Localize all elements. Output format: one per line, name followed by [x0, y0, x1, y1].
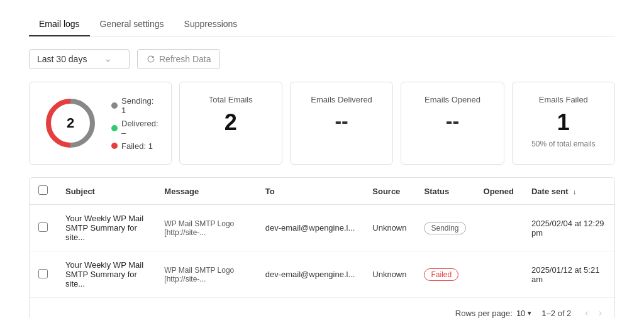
row-date-0: 2025/02/04 at 12:29 pm	[523, 205, 614, 251]
emails-opened-title: Emails Opened	[414, 95, 491, 104]
chevron-down-icon: ⌵	[106, 55, 110, 63]
row-date-1: 2025/01/12 at 5:21 am	[523, 251, 614, 298]
status-badge-1: Failed	[424, 268, 458, 281]
refresh-label: Refresh Data	[159, 54, 211, 64]
table-header-row: Subject Message To Source Status Opened …	[30, 178, 614, 205]
row-checkbox-cell	[30, 251, 57, 298]
header-subject: Subject	[57, 178, 155, 205]
table-row: Your Weekly WP Mail SMTP Summary for sit…	[30, 251, 614, 298]
date-filter-select[interactable]: Last 30 days ⌵	[29, 49, 130, 69]
emails-failed-title: Emails Failed	[525, 95, 602, 104]
legend-sending-label: Sending: 1	[121, 96, 158, 115]
donut-legend: Sending: 1 Delivered: – Failed: 1	[111, 96, 158, 151]
header-date-sent[interactable]: Date sent ↓	[523, 178, 614, 205]
row-message-0: WP Mail SMTP Logo [http://site-...	[155, 205, 256, 251]
legend-failed-label: Failed: 1	[121, 141, 153, 151]
header-to: To	[257, 178, 364, 205]
legend-delivered-label: Delivered: –	[121, 119, 158, 138]
sending-dot	[111, 102, 118, 109]
row-to-1: dev-email@wpengine.l...	[257, 251, 364, 298]
emails-failed-subtitle: 50% of total emails	[525, 140, 602, 148]
email-logs-table-card: Subject Message To Source Status Opened …	[29, 177, 615, 318]
header-message: Message	[155, 178, 256, 205]
row-source-1: Unknown	[364, 251, 415, 298]
row-message-1: WP Mail SMTP Logo [http://site-...	[155, 251, 256, 298]
emails-delivered-title: Emails Delivered	[303, 95, 380, 104]
legend-failed: Failed: 1	[111, 141, 158, 151]
row-subject-0: Your Weekly WP Mail SMTP Summary for sit…	[57, 205, 155, 251]
row-to-0: dev-email@wpengine.l...	[257, 205, 364, 251]
donut-chart: 2	[42, 95, 99, 151]
row-source-0: Unknown	[364, 205, 415, 251]
rpp-chevron-icon: ▾	[528, 309, 531, 317]
header-status: Status	[415, 178, 474, 205]
email-logs-table: Subject Message To Source Status Opened …	[30, 178, 614, 297]
rows-per-page-label: Rows per page:	[455, 309, 513, 318]
tab-bar: Email logs General settings Suppressions	[29, 13, 615, 36]
emails-delivered-card: Emails Delivered --	[290, 82, 393, 165]
header-opened: Opened	[475, 178, 523, 205]
tab-email-logs[interactable]: Email logs	[29, 13, 90, 36]
prev-page-button[interactable]: ‹	[581, 305, 592, 318]
tab-general-settings[interactable]: General settings	[90, 13, 174, 36]
row-opened-0	[475, 205, 523, 251]
total-emails-title: Total Emails	[192, 95, 269, 104]
table-row: Your Weekly WP Mail SMTP Summary for sit…	[30, 205, 614, 251]
stats-row: 2 Sending: 1 Delivered: – Failed: 1 Tota	[29, 82, 615, 165]
sort-arrow-icon: ↓	[573, 188, 577, 195]
total-emails-card: Total Emails 2	[179, 82, 282, 165]
row-checkbox-cell	[30, 205, 57, 251]
rows-per-page: Rows per page: 10 ▾	[455, 309, 532, 318]
emails-opened-value: --	[414, 109, 491, 133]
donut-center-value: 2	[67, 115, 74, 131]
failed-dot	[111, 143, 118, 149]
tab-suppressions[interactable]: Suppressions	[174, 13, 248, 36]
header-checkbox-col	[30, 178, 57, 205]
select-all-checkbox[interactable]	[38, 185, 48, 195]
header-source: Source	[364, 178, 415, 205]
row-status-1: Failed	[415, 251, 474, 298]
page-info: 1–2 of 2	[541, 309, 571, 318]
refresh-button[interactable]: Refresh Data	[137, 49, 220, 69]
rows-per-page-value: 10	[516, 309, 525, 318]
total-emails-value: 2	[192, 109, 269, 136]
rows-per-page-select[interactable]: 10 ▾	[516, 309, 531, 318]
next-page-button[interactable]: ›	[595, 305, 606, 318]
row-checkbox-0[interactable]	[38, 222, 48, 232]
row-subject-1: Your Weekly WP Mail SMTP Summary for sit…	[57, 251, 155, 298]
emails-failed-card: Emails Failed 1 50% of total emails	[512, 82, 615, 165]
row-status-0: Sending	[415, 205, 474, 251]
row-opened-1	[475, 251, 523, 298]
emails-opened-card: Emails Opened --	[401, 82, 504, 165]
page-nav: ‹ ›	[581, 305, 606, 318]
emails-delivered-value: --	[303, 109, 380, 133]
date-filter-label: Last 30 days	[37, 54, 87, 64]
toolbar: Last 30 days ⌵ Refresh Data	[29, 49, 615, 69]
status-badge-0: Sending	[424, 222, 465, 234]
row-checkbox-1[interactable]	[38, 269, 48, 278]
delivered-dot	[111, 125, 118, 131]
legend-sending: Sending: 1	[111, 96, 158, 115]
pagination-row: Rows per page: 10 ▾ 1–2 of 2 ‹ ›	[30, 297, 614, 318]
legend-delivered: Delivered: –	[111, 119, 158, 138]
donut-card: 2 Sending: 1 Delivered: – Failed: 1	[29, 82, 172, 165]
refresh-icon	[147, 55, 155, 63]
emails-failed-value: 1	[525, 109, 602, 136]
